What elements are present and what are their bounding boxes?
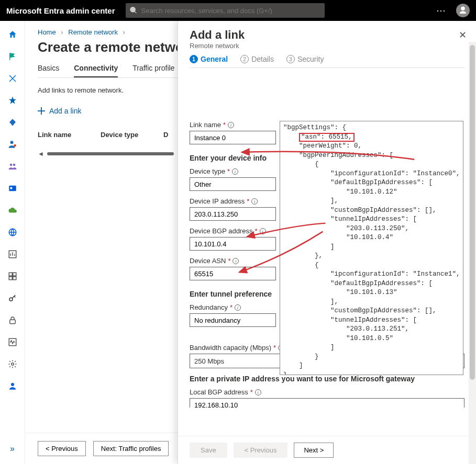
left-rail: » <box>0 21 25 464</box>
local-bgp-input[interactable] <box>190 398 464 408</box>
section-tunnel: Enter tunnel preference <box>190 290 282 298</box>
device-asn-input[interactable] <box>190 267 276 280</box>
label-device-ip: Device IP address * i <box>190 197 282 205</box>
key-icon[interactable] <box>7 293 18 303</box>
info-icon[interactable]: i <box>251 198 258 205</box>
horizontal-scrollbar[interactable]: ◄ <box>38 150 174 157</box>
tab-basics[interactable]: Basics <box>38 64 59 77</box>
global-search[interactable] <box>126 3 325 18</box>
json-config-display: "bgpSettings": { "asn": 65515, "peerWeig… <box>280 121 463 375</box>
wizard-steps: 1General 2Details 3Security <box>190 55 464 68</box>
more-icon[interactable]: ⋯ <box>436 5 447 16</box>
col-device-type: Device type <box>101 131 163 139</box>
tools-icon[interactable] <box>7 73 18 84</box>
next-traffic-button[interactable]: Next: Traffic profiles <box>93 441 169 456</box>
label-link-name: Link name * i <box>190 121 282 129</box>
panel-footer: Save < Previous Next > <box>178 436 476 464</box>
add-link-label: Add a link <box>49 107 81 115</box>
section-device-info: Enter your device info <box>190 154 282 162</box>
svg-point-15 <box>11 363 14 366</box>
add-link-panel: Add a link Remote network ✕ 1General 2De… <box>178 21 476 464</box>
svg-rect-9 <box>13 273 16 276</box>
svg-rect-10 <box>9 277 12 280</box>
diamond-icon[interactable] <box>7 117 18 128</box>
save-button: Save <box>190 443 227 458</box>
expand-rail-icon[interactable]: » <box>10 444 15 454</box>
tab-traffic[interactable]: Traffic profile <box>132 64 174 77</box>
chart-icon[interactable] <box>7 249 18 259</box>
label-device-type: Device type * i <box>190 167 282 175</box>
gear-icon[interactable] <box>7 359 18 369</box>
crumb-home[interactable]: Home <box>38 28 56 36</box>
plus-icon <box>38 107 45 115</box>
badge-icon[interactable] <box>7 183 18 194</box>
svg-point-16 <box>11 383 14 386</box>
person-icon[interactable] <box>7 139 18 150</box>
info-icon[interactable]: i <box>233 258 239 264</box>
info-icon[interactable]: i <box>228 122 234 128</box>
section-private-ip: Enter a private IP address you want to u… <box>190 375 464 383</box>
panel-header: Add a link Remote network ✕ <box>178 21 476 55</box>
info-icon[interactable]: i <box>235 304 241 311</box>
device-ip-input[interactable] <box>190 207 276 221</box>
svg-point-2 <box>9 164 12 166</box>
col-link-name: Link name <box>38 131 101 139</box>
panel-next-button[interactable]: Next > <box>294 443 334 458</box>
cloud-icon[interactable] <box>7 205 18 216</box>
heartbeat-icon[interactable] <box>7 337 18 347</box>
globe-icon[interactable] <box>7 227 18 237</box>
device-bgp-input[interactable] <box>190 237 276 251</box>
info-icon[interactable]: i <box>260 228 266 234</box>
svg-point-3 <box>13 164 15 166</box>
group-icon[interactable] <box>7 161 18 172</box>
panel-subtitle: Remote network <box>190 42 464 50</box>
svg-point-0 <box>10 141 13 144</box>
vertical-scrollbar[interactable] <box>469 42 476 464</box>
svg-rect-11 <box>13 277 16 280</box>
asn-highlight: "asn": 65515, <box>299 133 355 142</box>
star-icon[interactable] <box>7 95 18 106</box>
search-input[interactable] <box>141 7 320 15</box>
svg-rect-4 <box>9 186 16 191</box>
info-icon[interactable]: i <box>232 168 238 175</box>
flag-icon[interactable] <box>7 51 18 62</box>
brand: Microsoft Entra admin center <box>6 6 126 15</box>
step-details[interactable]: 2Details <box>240 55 274 63</box>
lock-icon[interactable] <box>7 315 18 325</box>
scroll-thumb[interactable] <box>470 45 475 380</box>
label-device-bgp: Device BGP address * i <box>190 227 282 235</box>
step-general[interactable]: 1General <box>190 55 228 63</box>
grid-icon[interactable] <box>7 271 18 281</box>
label-device-asn: Device ASN * i <box>190 257 282 265</box>
svg-point-12 <box>9 298 13 301</box>
search-icon <box>130 7 137 14</box>
svg-point-1 <box>14 144 16 147</box>
svg-rect-8 <box>9 273 12 276</box>
label-redundancy: Redundancy * i <box>190 303 282 311</box>
topbar: Microsoft Entra admin center ⋯ <box>0 0 476 21</box>
device-type-input[interactable] <box>190 177 276 191</box>
redundancy-input[interactable] <box>190 313 276 327</box>
panel-title: Add a link <box>190 28 464 42</box>
info-icon[interactable]: i <box>255 389 261 395</box>
step-security[interactable]: 3Security <box>286 55 324 63</box>
label-local-bgp: Local BGP address * i <box>190 388 464 396</box>
col-extra: D <box>163 131 168 139</box>
avatar[interactable] <box>456 4 470 17</box>
crumb-remote-network[interactable]: Remote network <box>68 28 118 36</box>
link-name-input[interactable] <box>190 131 276 144</box>
tab-connectivity[interactable]: Connectivity <box>74 64 118 77</box>
user-icon[interactable] <box>7 381 18 391</box>
close-icon[interactable]: ✕ <box>459 29 467 41</box>
svg-rect-5 <box>10 187 12 189</box>
home-icon[interactable] <box>7 29 18 40</box>
panel-body: 1General 2Details 3Security Link name * … <box>178 55 476 436</box>
svg-rect-13 <box>9 320 15 324</box>
scroll-track[interactable] <box>47 152 174 155</box>
previous-button[interactable]: < Previous <box>38 441 86 456</box>
chevron-left-icon[interactable]: ◄ <box>38 150 44 157</box>
panel-previous-button: < Previous <box>234 443 288 458</box>
